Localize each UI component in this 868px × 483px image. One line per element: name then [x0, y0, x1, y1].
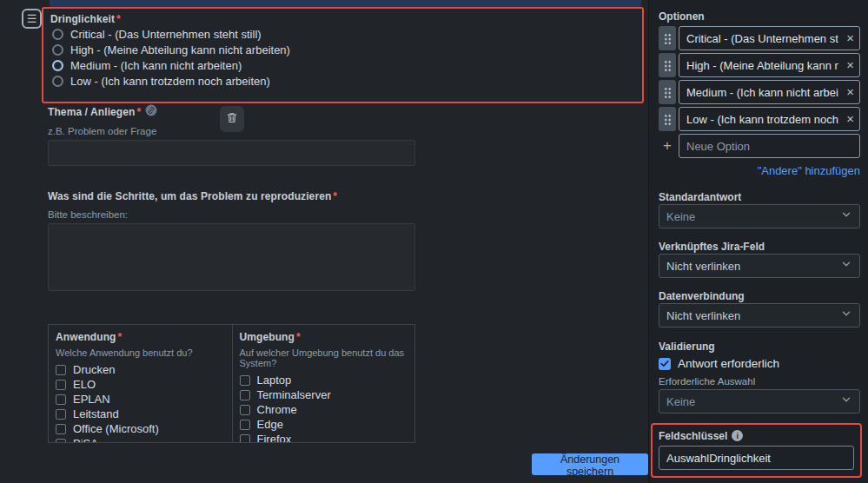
chevron-down-icon	[840, 308, 852, 323]
checkbox-icon[interactable]	[56, 424, 66, 434]
new-option-input[interactable]	[679, 134, 860, 158]
plus-icon[interactable]: +	[659, 134, 676, 158]
drag-handle-icon[interactable]	[659, 107, 676, 131]
trash-icon	[226, 111, 238, 127]
field-key-input[interactable]	[659, 446, 854, 470]
radio-option[interactable]: Critical - (Das Unternehmen steht still)	[50, 27, 642, 42]
checkbox-option[interactable]: ELO	[56, 377, 225, 392]
checkbox-icon[interactable]	[240, 434, 250, 444]
drag-handle-icon[interactable]	[659, 53, 676, 77]
radio-option-list: Critical - (Das Unternehmen steht still)…	[50, 27, 642, 89]
radio-icon[interactable]	[52, 29, 63, 40]
checkbox-label: Terminalserver	[257, 388, 331, 401]
checkbox-icon[interactable]	[56, 365, 66, 375]
radio-option-label: Critical - (Das Unternehmen steht still)	[70, 28, 262, 41]
required-asterisk: *	[116, 13, 121, 25]
field-key-section: Feldschlüssel i	[651, 423, 862, 478]
selected-field-dringlichkeit[interactable]: Dringlichkeit* Critical - (Das Unternehm…	[42, 7, 644, 103]
required-choice-select[interactable]: Keine	[659, 389, 860, 414]
checkbox-label: Drucken	[73, 363, 115, 376]
remove-option-icon[interactable]: ×	[846, 111, 854, 126]
radio-option-label: Low - (Ich kann trotzdem noch arbeiten)	[70, 75, 270, 88]
drag-handle-icon[interactable]	[659, 80, 676, 104]
checkbox-list: DruckenELOEPLANLeitstandOffice (Microsof…	[56, 362, 225, 443]
checkbox-option[interactable]: Terminalserver	[240, 387, 408, 402]
linked-field-icon	[145, 104, 157, 120]
add-other-link[interactable]: "Andere" hinzufügen	[659, 164, 860, 177]
checkbox-option[interactable]: EPLAN	[56, 392, 225, 407]
radio-option[interactable]: High - (Meine Abteilung kann nicht arbei…	[50, 43, 642, 57]
checkbox-label: Laptop	[257, 374, 292, 387]
checkbox-icon[interactable]	[240, 420, 250, 430]
checkbox-option[interactable]: Laptop	[240, 373, 408, 387]
remove-option-icon[interactable]: ×	[846, 57, 854, 72]
checkbox-option[interactable]: Leitstand	[56, 407, 225, 421]
field-drag-handle[interactable]: ☰	[22, 9, 42, 29]
field-steps[interactable]: Was sind die Schritte, um das Problem zu…	[48, 190, 415, 291]
drag-handle-icon[interactable]	[659, 26, 676, 50]
select-label: Datenverbindung	[659, 290, 860, 302]
checkbox-list: LaptopTerminalserverChromeEdgeFirefoxSaf…	[240, 373, 408, 443]
answer-required-checkbox[interactable]: Antwort erforderlich	[659, 356, 860, 371]
grip-dots-icon	[664, 59, 672, 71]
option-input[interactable]	[679, 107, 860, 131]
field-helper-text: Bitte beschreiben:	[48, 209, 415, 220]
radio-option[interactable]: Low - (Ich kann trotzdem noch arbeiten)	[50, 74, 642, 89]
field-label: Dringlichkeit*	[50, 13, 642, 25]
checkbox-icon[interactable]	[56, 439, 66, 444]
new-option-row: +	[659, 134, 860, 158]
radio-icon[interactable]	[52, 60, 63, 71]
checkbox-label: Chrome	[257, 403, 297, 416]
checkbox-option[interactable]: Firefox	[240, 432, 408, 443]
delete-field-button[interactable]	[220, 106, 244, 132]
checkbox-option[interactable]: Chrome	[240, 402, 408, 417]
remove-option-icon[interactable]: ×	[846, 84, 854, 99]
data-connection-select[interactable]: Nicht verlinken	[659, 303, 860, 328]
checkbox-icon[interactable]	[240, 405, 250, 415]
checkbox-icon[interactable]	[56, 394, 66, 405]
steps-textarea[interactable]	[48, 223, 415, 291]
thema-text-input[interactable]	[48, 140, 415, 166]
checkbox-icon[interactable]	[240, 375, 250, 386]
checkbox-icon[interactable]	[56, 380, 66, 390]
checkbox-icon[interactable]	[56, 409, 66, 420]
column-helper-text: Welche Anwendung benutzt du?	[56, 347, 225, 358]
chevron-down-icon	[840, 208, 852, 224]
save-button[interactable]: Änderungen speichern	[532, 453, 648, 475]
checkbox-icon[interactable]	[240, 390, 250, 400]
radio-icon[interactable]	[52, 76, 63, 87]
field-label: Thema / Anliegen*	[48, 106, 141, 118]
field-settings-panel: Optionen ×××× + "Andere" hinzufügen Stan…	[648, 0, 868, 483]
checkbox-option[interactable]: Drucken	[56, 362, 225, 377]
jira-field-select[interactable]: Nicht verlinken	[659, 254, 860, 278]
checkbox-option[interactable]: Edge	[240, 417, 408, 432]
grip-dots-icon	[664, 32, 672, 44]
checkbox-option[interactable]: Office (Microsoft)	[56, 421, 225, 436]
field-thema[interactable]: Thema / Anliegen* z.B. Problem oder Frag…	[48, 105, 415, 166]
table-column: Umgebung*Auf welcher Umgebung benutzt du…	[232, 325, 415, 442]
option-input[interactable]	[679, 80, 860, 104]
checkbox-label: Firefox	[257, 433, 292, 443]
required-asterisk: *	[333, 190, 337, 202]
table-column: Anwendung*Welche Anwendung benutzt du?Dr…	[49, 325, 232, 442]
chevron-down-icon	[840, 258, 852, 274]
checkbox-option[interactable]: PiSA	[56, 436, 225, 443]
radio-option[interactable]: Medium - (Ich kann nicht arbeiten)	[50, 58, 642, 73]
option-input[interactable]	[679, 53, 860, 77]
remove-option-icon[interactable]: ×	[846, 30, 854, 45]
checkbox-label: ELO	[73, 378, 96, 391]
info-icon[interactable]: i	[732, 430, 743, 441]
required-asterisk: *	[118, 331, 123, 343]
required-asterisk: *	[137, 106, 142, 118]
options-section-label: Optionen	[659, 10, 860, 23]
option-row: ×	[659, 107, 860, 131]
column-helper-text: Auf welcher Umgebung benutzt du das Syst…	[240, 347, 408, 368]
standardantwort-select[interactable]: Keine	[659, 204, 860, 228]
grip-dots-icon	[664, 86, 672, 98]
hamburger-icon: ☰	[27, 13, 37, 24]
radio-icon[interactable]	[52, 44, 63, 56]
validation-label: Validierung	[659, 341, 860, 353]
option-input[interactable]	[679, 26, 860, 50]
form-preview-panel: ☰ Dringlichkeit* Critical - (Das Unterne…	[0, 0, 648, 483]
form-builder-app: ☰ Dringlichkeit* Critical - (Das Unterne…	[0, 0, 868, 483]
